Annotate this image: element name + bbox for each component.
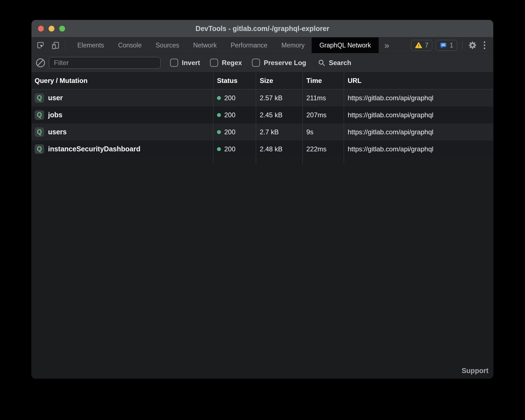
column-header-size: Size — [256, 72, 302, 89]
table-row[interactable]: Q users 200 2.7 kB 9s https://gitlab.com… — [32, 123, 493, 140]
search-group[interactable]: Search — [318, 59, 351, 67]
titlebar[interactable]: DevTools - gitlab.com/-/graphql-explorer — [32, 20, 493, 37]
preserve-log-checkbox-group[interactable]: Preserve Log — [252, 59, 306, 67]
column-header-status: Status — [213, 72, 256, 89]
search-icon — [318, 59, 326, 67]
table-header: Query / Mutation Status Size Time URL — [32, 72, 493, 89]
query-type-badge: Q — [35, 110, 44, 120]
devtools-toolbar: Elements Console Sources Network Perform… — [32, 37, 493, 53]
support-link[interactable]: Support — [462, 367, 488, 375]
status-ok-dot — [217, 96, 221, 100]
issues-count: 1 — [450, 42, 453, 49]
tab-graphql-network[interactable]: GraphQL Network — [312, 37, 379, 53]
inspect-element-icon[interactable] — [36, 41, 45, 50]
regex-checkbox[interactable] — [210, 59, 218, 67]
query-type-badge: Q — [35, 93, 44, 103]
warning-count: 7 — [425, 42, 428, 49]
fullscreen-button[interactable] — [59, 26, 65, 32]
query-type-badge: Q — [35, 127, 44, 137]
request-url: https://gitlab.com/api/graphql — [344, 89, 493, 106]
response-time: 207ms — [302, 106, 344, 123]
tab-memory[interactable]: Memory — [275, 37, 312, 53]
search-label: Search — [329, 59, 351, 67]
toolbar-right-divider — [462, 41, 462, 49]
toolbar-icon-group — [32, 37, 60, 53]
request-url: https://gitlab.com/api/graphql — [344, 123, 493, 140]
response-time: 222ms — [302, 140, 344, 157]
invert-checkbox[interactable] — [170, 59, 178, 67]
column-header-time: Time — [302, 72, 344, 89]
filter-input[interactable] — [49, 57, 161, 69]
response-time: 9s — [302, 123, 344, 140]
invert-checkbox-group[interactable]: Invert — [170, 59, 200, 67]
column-header-query-mutation: Query / Mutation — [32, 72, 213, 89]
preserve-log-label: Preserve Log — [264, 59, 306, 67]
status-code: 200 — [224, 145, 235, 153]
column-header-url: URL — [344, 72, 493, 89]
clear-log-icon[interactable] — [36, 58, 45, 67]
tab-performance[interactable]: Performance — [224, 37, 275, 53]
devtools-window: DevTools - gitlab.com/-/graphql-explorer… — [32, 20, 493, 378]
minimize-button[interactable] — [49, 26, 54, 32]
tab-sources[interactable]: Sources — [149, 37, 186, 53]
regex-label: Regex — [222, 59, 242, 67]
tab-console[interactable]: Console — [111, 37, 149, 53]
status-ok-dot — [217, 113, 221, 117]
status-code: 200 — [224, 94, 235, 102]
invert-label: Invert — [182, 59, 200, 67]
kebab-menu-icon[interactable] — [481, 41, 488, 49]
response-size: 2.7 kB — [256, 123, 302, 140]
query-name: jobs — [48, 111, 62, 119]
request-url: https://gitlab.com/api/graphql — [344, 140, 493, 157]
response-size: 2.48 kB — [256, 140, 302, 157]
response-size: 2.57 kB — [256, 89, 302, 106]
column-divider-tail — [32, 157, 493, 164]
more-tabs-chevron-icon[interactable]: » — [379, 37, 395, 53]
close-button[interactable] — [38, 26, 44, 32]
status-code: 200 — [224, 128, 235, 136]
table-row[interactable]: Q instanceSecurityDashboard 200 2.48 kB … — [32, 140, 493, 157]
filter-bar: Invert Regex Preserve Log Search — [32, 53, 493, 72]
query-type-badge: Q — [35, 144, 44, 154]
device-toolbar-icon[interactable] — [51, 41, 60, 50]
status-ok-dot — [217, 147, 221, 151]
query-name: user — [48, 94, 63, 102]
warning-icon — [415, 42, 422, 49]
gear-icon[interactable] — [467, 40, 478, 50]
response-time: 211ms — [302, 89, 344, 106]
requests-table: Query / Mutation Status Size Time URL Q … — [32, 72, 493, 378]
preserve-log-checkbox[interactable] — [252, 59, 260, 67]
toolbar-divider — [65, 41, 65, 50]
table-row[interactable]: Q jobs 200 2.45 kB 207ms https://gitlab.… — [32, 106, 493, 123]
tab-network[interactable]: Network — [186, 37, 224, 53]
message-icon — [440, 42, 447, 49]
response-size: 2.45 kB — [256, 106, 302, 123]
regex-checkbox-group[interactable]: Regex — [210, 59, 242, 67]
toolbar-right-group: 7 1 — [411, 37, 493, 53]
status-ok-dot — [217, 130, 221, 134]
query-name: instanceSecurityDashboard — [48, 145, 140, 153]
request-url: https://gitlab.com/api/graphql — [344, 106, 493, 123]
window-title: DevTools - gitlab.com/-/graphql-explorer — [32, 25, 493, 33]
status-code: 200 — [224, 111, 235, 119]
table-row[interactable]: Q user 200 2.57 kB 211ms https://gitlab.… — [32, 89, 493, 106]
traffic-lights — [38, 26, 65, 32]
query-name: users — [48, 128, 67, 136]
issues-badge[interactable]: 1 — [436, 40, 457, 51]
tab-elements[interactable]: Elements — [70, 37, 111, 53]
warnings-badge[interactable]: 7 — [411, 40, 432, 51]
